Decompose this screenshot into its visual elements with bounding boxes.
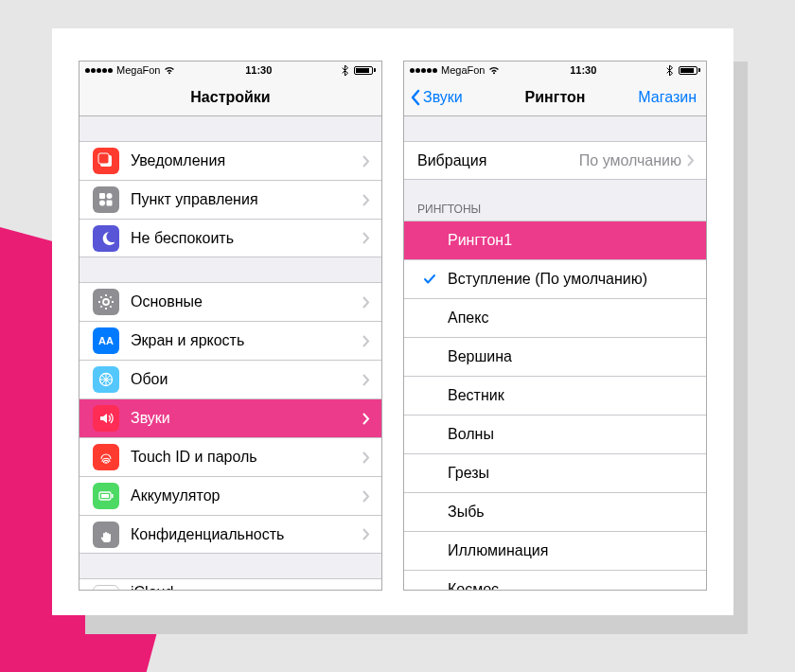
page-title: Настройки <box>190 89 270 106</box>
nav-bar: Настройки <box>80 79 381 116</box>
back-button[interactable]: Звуки <box>410 79 463 115</box>
ringtone-row[interactable]: Иллюминация <box>404 531 706 570</box>
ringtone-row[interactable]: Зыбь <box>404 492 706 531</box>
ringtone-list: Вибрация По умолчанию РИНГТОНЫ Рингтон1В… <box>404 116 706 590</box>
ringtone-row[interactable]: Вступление (По умолчанию) <box>404 259 706 298</box>
row-icloud[interactable]: iCloudmick.sid85@gmail.com <box>80 578 381 590</box>
row-battery[interactable]: Аккумулятор <box>80 476 381 515</box>
ringtone-row[interactable]: Космос <box>404 570 706 590</box>
battery-icon <box>93 483 119 509</box>
bluetooth-icon <box>342 65 348 76</box>
row-label: Конфиденциальность <box>131 526 362 543</box>
fingerprint-icon <box>93 444 119 470</box>
chevron-right-icon <box>362 528 370 540</box>
nav-bar: Звуки Рингтон Магазин <box>404 79 706 116</box>
row-label: Touch ID и пароль <box>131 449 362 466</box>
screenshot-card: MegaFon 11:30 Настройки УведомленияПункт… <box>52 28 733 615</box>
wifi-icon <box>164 66 175 75</box>
ringtone-row[interactable]: Апекс <box>404 298 706 337</box>
row-control-center[interactable]: Пункт управления <box>80 180 381 219</box>
ringtone-label: Вестник <box>448 387 695 404</box>
back-label: Звуки <box>423 89 463 106</box>
row-notifications[interactable]: Уведомления <box>80 141 381 180</box>
battery-icon <box>679 66 700 75</box>
carrier-label: MegaFon <box>441 64 485 76</box>
row-privacy[interactable]: Конфиденциальность <box>80 515 381 554</box>
ringtone-row[interactable]: Рингтон1 <box>404 221 706 259</box>
ringtone-row[interactable]: Вершина <box>404 337 706 376</box>
status-left: MegaFon <box>410 64 500 76</box>
wallpaper-icon <box>93 366 119 393</box>
row-label: Аккумулятор <box>131 487 362 504</box>
carrier-label: MegaFon <box>116 64 160 76</box>
ringtone-label: Иллюминация <box>448 542 695 559</box>
ringtone-row[interactable]: Вестник <box>404 376 706 415</box>
battery-icon <box>354 66 376 75</box>
bluetooth-icon <box>666 65 673 76</box>
ringtone-label: Волны <box>448 426 695 443</box>
chevron-right-icon <box>362 490 370 503</box>
signal-dots-icon <box>410 68 437 73</box>
phone-settings: MegaFon 11:30 Настройки УведомленияПункт… <box>79 61 382 591</box>
moon-icon <box>93 225 119 252</box>
row-label: Обои <box>131 371 362 388</box>
row-touchid[interactable]: Touch ID и пароль <box>80 437 381 476</box>
row-dnd[interactable]: Не беспокоить <box>80 219 381 257</box>
notifications-icon <box>93 148 119 174</box>
ringtone-label: Вступление (По умолчанию) <box>448 271 695 288</box>
cloud-icon <box>93 585 119 591</box>
chevron-right-icon <box>362 374 370 386</box>
ringtone-label: Апекс <box>448 309 695 327</box>
store-label: Магазин <box>638 89 697 106</box>
ringtone-label: Зыбь <box>448 504 695 521</box>
ringtone-row[interactable]: Волны <box>404 415 706 453</box>
ringtones-section: Рингтон1Вступление (По умолчанию)АпексВе… <box>404 221 706 590</box>
wifi-icon <box>488 66 500 75</box>
store-button[interactable]: Магазин <box>638 79 697 115</box>
row-sounds[interactable]: Звуки <box>80 398 381 437</box>
settings-list: УведомленияПункт управленияНе беспокоить… <box>80 116 381 590</box>
clock: 11:30 <box>245 64 272 76</box>
chevron-right-icon <box>687 154 695 167</box>
status-bar: MegaFon 11:30 <box>404 62 706 79</box>
display-icon <box>93 327 119 354</box>
status-right <box>342 65 376 76</box>
signal-dots-icon <box>85 68 113 73</box>
chevron-right-icon <box>362 335 370 347</box>
chevron-right-icon <box>362 155 370 168</box>
vibration-section: Вибрация По умолчанию <box>404 141 706 180</box>
ringtones-header: РИНГТОНЫ <box>404 197 706 221</box>
row-label: Экран и яркость <box>131 332 362 349</box>
ringtone-row[interactable]: Грезы <box>404 453 706 492</box>
row-label: Не беспокоить <box>131 230 362 247</box>
row-label: Основные <box>131 293 362 310</box>
status-right <box>666 65 700 76</box>
page-title: Рингтон <box>525 89 586 106</box>
hand-icon <box>93 522 119 548</box>
row-vibration[interactable]: Вибрация По умолчанию <box>404 141 706 180</box>
row-general[interactable]: Основные <box>80 282 381 321</box>
checkmark-slot <box>414 273 446 286</box>
control-center-icon <box>93 186 119 213</box>
vibration-label: Вибрация <box>417 152 579 169</box>
gear-icon <box>93 289 119 315</box>
clock: 11:30 <box>570 64 596 76</box>
chevron-right-icon <box>362 232 370 244</box>
row-display[interactable]: Экран и яркость <box>80 321 381 360</box>
check-icon <box>423 273 436 286</box>
status-bar: MegaFon 11:30 <box>80 62 381 79</box>
row-label: Звуки <box>131 410 362 427</box>
row-label: Пункт управления <box>131 191 362 208</box>
settings-group-1: УведомленияПункт управленияНе беспокоить <box>80 141 381 257</box>
chevron-right-icon <box>362 413 370 425</box>
ringtone-label: Космос <box>448 581 695 590</box>
settings-group-3: iCloudmick.sid85@gmail.com <box>80 578 381 590</box>
row-label: iCloud <box>131 584 362 591</box>
sound-icon <box>93 405 119 432</box>
ringtone-label: Вершина <box>448 348 695 365</box>
settings-group-2: ОсновныеЭкран и яркостьОбоиЗвукиTouch ID… <box>80 282 381 554</box>
row-wallpaper[interactable]: Обои <box>80 360 381 398</box>
chevron-right-icon <box>362 194 370 206</box>
phone-ringtone: MegaFon 11:30 Звуки <box>403 61 707 591</box>
status-left: MegaFon <box>85 64 175 76</box>
